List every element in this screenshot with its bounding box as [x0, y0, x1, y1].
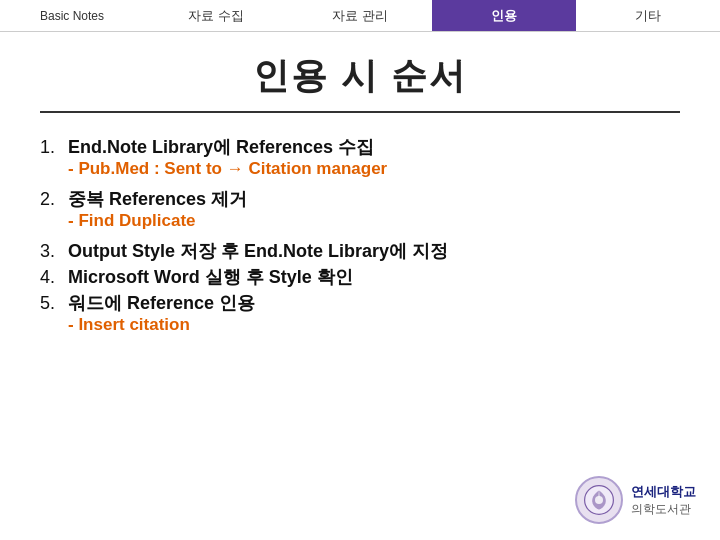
page-title: 인용 시 순서: [40, 52, 680, 101]
list-main-text: End.Note Library에 References 수집: [68, 135, 374, 159]
logo-line1: 연세대학교: [631, 483, 696, 501]
list-item: 2.중복 References 제거- Find Duplicate: [40, 187, 680, 237]
list-main-text: Output Style 저장 후 End.Note Library에 지정: [68, 239, 448, 263]
list-main-text: 중복 References 제거: [68, 187, 247, 211]
nav-item-data-management[interactable]: 자료 관리: [288, 0, 432, 31]
list-item: 3.Output Style 저장 후 End.Note Library에 지정: [40, 239, 680, 263]
list-number: 2.: [40, 189, 68, 210]
content-list: 1.End.Note Library에 References 수집- Pub.M…: [40, 135, 680, 341]
nav-item-basic-notes[interactable]: Basic Notes: [0, 0, 144, 31]
list-sub-text: - Pub.Med : Sent to → Citation manager: [68, 159, 680, 179]
logo-line2: 의학도서관: [631, 501, 696, 518]
main-content: 인용 시 순서 1.End.Note Library에 References 수…: [0, 32, 720, 363]
list-number: 1.: [40, 137, 68, 158]
list-number: 3.: [40, 241, 68, 262]
list-main-text: Microsoft Word 실행 후 Style 확인: [68, 265, 353, 289]
logo-text: 연세대학교 의학도서관: [631, 483, 696, 518]
nav-item-other[interactable]: 기타: [576, 0, 720, 31]
logo-area: 연세대학교 의학도서관: [575, 476, 696, 524]
list-sub-text: - Insert citation: [68, 315, 680, 335]
nav-item-data-collection[interactable]: 자료 수집: [144, 0, 288, 31]
list-main-text: 워드에 Reference 인용: [68, 291, 255, 315]
list-item: 5.워드에 Reference 인용- Insert citation: [40, 291, 680, 341]
logo-icon: [583, 484, 615, 516]
list-item: 4.Microsoft Word 실행 후 Style 확인: [40, 265, 680, 289]
list-sub-text: - Find Duplicate: [68, 211, 680, 231]
university-logo: [575, 476, 623, 524]
nav-item-citation[interactable]: 인용: [432, 0, 576, 31]
list-number: 4.: [40, 267, 68, 288]
navigation-bar: Basic Notes자료 수집자료 관리인용기타: [0, 0, 720, 32]
divider: [40, 111, 680, 113]
list-item: 1.End.Note Library에 References 수집- Pub.M…: [40, 135, 680, 185]
list-number: 5.: [40, 293, 68, 314]
